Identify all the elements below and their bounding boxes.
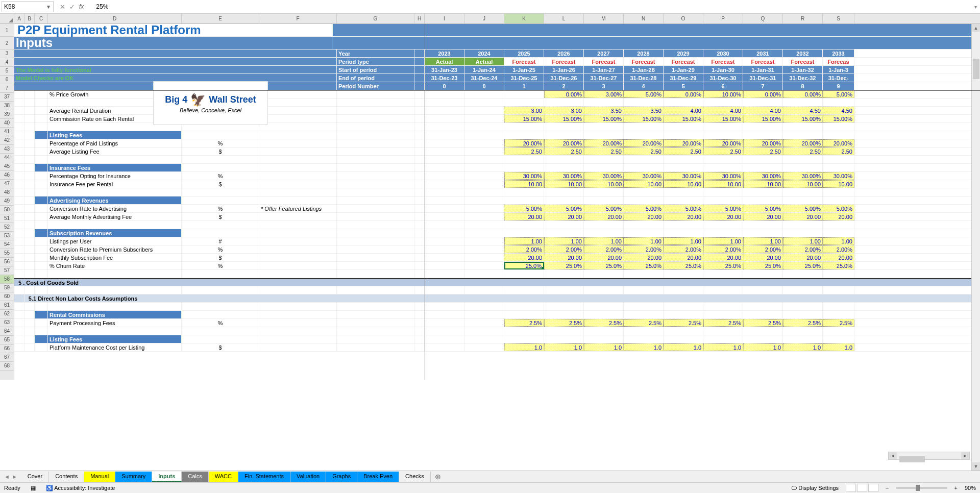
zoom-slider[interactable] xyxy=(896,487,947,489)
cell-54-E[interactable] xyxy=(182,229,259,237)
cell-37-S[interactable]: 5.00% xyxy=(823,90,854,98)
cell-4-L[interactable]: Forecast xyxy=(544,58,584,65)
cell-51-J[interactable] xyxy=(464,205,504,212)
col-header-S[interactable]: S xyxy=(823,14,854,23)
cell-58-M[interactable]: 25.0% xyxy=(584,262,624,269)
cell-44-K[interactable]: 2.50 xyxy=(504,147,544,155)
cell-3-I[interactable]: 2023 xyxy=(425,50,464,57)
cell-66-R[interactable] xyxy=(783,327,823,335)
cell-47-O[interactable]: 30.00% xyxy=(664,172,703,180)
col-header-F[interactable]: F xyxy=(259,14,337,23)
cell-56-B[interactable] xyxy=(24,245,35,253)
cell-43-A[interactable] xyxy=(14,139,24,147)
cell-64-M[interactable] xyxy=(584,311,624,318)
cell-43-I[interactable] xyxy=(425,139,464,147)
cell-68-K[interactable]: 1.0 xyxy=(504,343,544,351)
cell-46-O[interactable] xyxy=(664,164,703,171)
cell-52-D[interactable]: Average Monthly Advertising Fee xyxy=(48,213,182,220)
cell-45-J[interactable] xyxy=(464,156,504,163)
cell-57-D[interactable]: Monthly Subscription Fee xyxy=(48,254,182,261)
cell-54-K[interactable] xyxy=(504,229,544,237)
cell-38-K[interactable] xyxy=(504,98,544,106)
cell-43-E[interactable]: % xyxy=(182,139,259,147)
cell-38-C[interactable] xyxy=(35,98,48,106)
scroll-up-icon[interactable]: ▲ xyxy=(972,24,980,32)
cell-67-J[interactable] xyxy=(464,335,504,343)
cell-58-B[interactable] xyxy=(24,262,35,269)
row-header-7[interactable]: 7 xyxy=(0,84,14,93)
cell-47-Q[interactable]: 30.00% xyxy=(743,172,783,180)
cell-53-R[interactable] xyxy=(783,221,823,229)
cell-7-S[interactable]: 9 xyxy=(823,82,854,90)
cell-59-D[interactable] xyxy=(48,270,182,278)
cell-51-O[interactable]: 5.00% xyxy=(664,205,703,212)
cell-53-E[interactable] xyxy=(182,221,259,229)
cell-47-D[interactable]: Percentage Opting for Insurance xyxy=(48,172,182,180)
cell-52-M[interactable]: 20.00 xyxy=(584,213,624,220)
cell-57-A[interactable] xyxy=(14,254,24,261)
cell-59-J[interactable] xyxy=(464,270,504,278)
cell-65-H[interactable] xyxy=(414,319,425,327)
cell-46-Q[interactable] xyxy=(743,164,783,171)
cell-65-J[interactable] xyxy=(464,319,504,327)
cell-53-O[interactable] xyxy=(664,221,703,229)
cell-39-S[interactable]: 4.50 xyxy=(823,107,854,114)
zoom-value[interactable]: 90% xyxy=(965,485,976,491)
cell-41-J[interactable] xyxy=(464,123,504,131)
row-header-43[interactable]: 43 xyxy=(0,145,14,154)
cell-38-J[interactable] xyxy=(464,98,504,106)
cell-44-Q[interactable]: 2.50 xyxy=(743,147,783,155)
cell-45-A[interactable] xyxy=(14,156,24,163)
cell-39-F[interactable] xyxy=(259,107,337,114)
cell-61-S[interactable] xyxy=(823,286,854,294)
cell-63-Q[interactable] xyxy=(743,303,783,310)
row-header-4[interactable]: 4 xyxy=(0,58,14,67)
cell-61-P[interactable] xyxy=(703,286,743,294)
normal-view-icon[interactable] xyxy=(846,484,856,492)
cell-48-A[interactable] xyxy=(14,180,24,188)
vscroll-thumb[interactable] xyxy=(973,59,979,79)
cell-39-C[interactable] xyxy=(35,107,48,114)
cell-55-C[interactable] xyxy=(35,237,48,245)
row-header-57[interactable]: 57 xyxy=(0,266,14,275)
cell-41-S[interactable] xyxy=(823,123,854,131)
confirm-icon[interactable]: ✓ xyxy=(69,3,75,11)
cell-54-A[interactable] xyxy=(14,229,24,237)
cell-6-M[interactable]: 31-Dec-27 xyxy=(584,74,624,82)
cell-65-F[interactable] xyxy=(259,319,337,327)
cell-66-S[interactable] xyxy=(823,327,854,335)
cell-66-C[interactable] xyxy=(35,327,48,335)
cell-58-Q[interactable]: 25.0% xyxy=(743,262,783,269)
col-header-N[interactable]: N xyxy=(624,14,664,23)
cell-57-I[interactable] xyxy=(425,254,464,261)
cell-58-H[interactable] xyxy=(414,262,425,269)
cell-5-A[interactable]: The Model is fully functional xyxy=(14,66,337,73)
cell-46-I[interactable] xyxy=(425,164,464,171)
cell-67-E[interactable] xyxy=(182,335,259,343)
cell-59-S[interactable] xyxy=(823,270,854,278)
cell-41-H[interactable] xyxy=(414,123,425,131)
row-header-42[interactable]: 42 xyxy=(0,136,14,145)
cell-54-S[interactable] xyxy=(823,229,854,237)
cell-55-B[interactable] xyxy=(24,237,35,245)
cell-52-R[interactable]: 20.00 xyxy=(783,213,823,220)
cell-49-R[interactable] xyxy=(783,188,823,196)
cell-56-Q[interactable]: 2.00% xyxy=(743,245,783,253)
cell-59-C[interactable] xyxy=(35,270,48,278)
cell-57-S[interactable]: 20.00 xyxy=(823,254,854,261)
cell-54-J[interactable] xyxy=(464,229,504,237)
cell-64-G[interactable] xyxy=(337,311,414,318)
cell-3-O[interactable]: 2029 xyxy=(664,50,703,57)
cell-7-L[interactable]: 2 xyxy=(544,82,584,90)
cell-58-D[interactable]: % Churn Rate xyxy=(48,262,182,269)
cell-41-A[interactable] xyxy=(14,123,24,131)
row-header-3[interactable]: 3 xyxy=(0,50,14,58)
cell-57-H[interactable] xyxy=(414,254,425,261)
cell-6-K[interactable]: 31-Dec-25 xyxy=(504,74,544,82)
cell-55-G[interactable] xyxy=(337,237,414,245)
cell-48-F[interactable] xyxy=(259,180,337,188)
row-header-67[interactable]: 67 xyxy=(0,353,14,362)
cell-55-F[interactable] xyxy=(259,237,337,245)
cell-59-R[interactable] xyxy=(783,270,823,278)
cell-46-J[interactable] xyxy=(464,164,504,171)
